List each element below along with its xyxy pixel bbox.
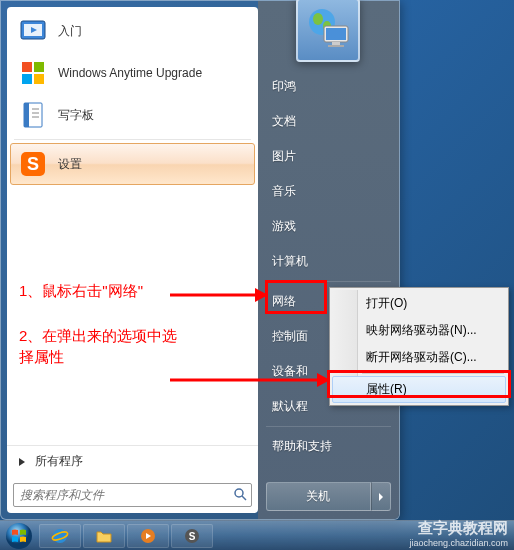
context-menu: 打开(O) 映射网络驱动器(N)... 断开网络驱动器(C)... 属性(R): [329, 287, 509, 406]
programs-list: 入门 Windows Anytime Upgrade 写字板: [7, 7, 258, 445]
right-item-pictures[interactable]: 图片: [258, 139, 399, 174]
label: 计算机: [272, 254, 308, 268]
right-item-computer[interactable]: 计算机: [258, 244, 399, 279]
taskbar-ie[interactable]: [39, 524, 81, 548]
program-label: 入门: [58, 23, 82, 40]
globe-monitor-icon: [304, 6, 352, 54]
folder-icon: [95, 527, 113, 545]
label: 设备和: [272, 364, 308, 378]
label: 控制面: [272, 329, 308, 343]
label: 文档: [272, 114, 296, 128]
svg-point-25: [53, 529, 67, 543]
svg-point-13: [235, 489, 243, 497]
shutdown-options-button[interactable]: [371, 482, 391, 511]
label: 游戏: [272, 219, 296, 233]
user-picture[interactable]: [296, 0, 360, 62]
label: 网络: [272, 294, 296, 308]
ctx-properties[interactable]: 属性(R): [332, 376, 506, 403]
search-input[interactable]: [13, 483, 252, 507]
label: 默认程: [272, 399, 308, 413]
svg-point-16: [313, 13, 323, 25]
divider: [266, 281, 391, 282]
taskbar-app[interactable]: S: [171, 524, 213, 548]
right-item-music[interactable]: 音乐: [258, 174, 399, 209]
program-label: 设置: [58, 156, 82, 173]
separator: [362, 373, 504, 374]
label: 音乐: [272, 184, 296, 198]
svg-rect-5: [34, 74, 44, 84]
program-settings[interactable]: S 设置: [10, 143, 255, 185]
svg-rect-19: [326, 28, 346, 40]
svg-text:S: S: [189, 531, 196, 542]
all-programs-label: 所有程序: [35, 453, 83, 470]
shutdown-button[interactable]: 关机: [266, 482, 371, 511]
arrow-right-icon: [17, 457, 27, 467]
svg-rect-3: [34, 62, 44, 72]
svg-rect-2: [22, 62, 32, 72]
svg-point-24: [6, 523, 32, 549]
ctx-map-drive[interactable]: 映射网络驱动器(N)...: [332, 317, 506, 344]
svg-rect-21: [328, 45, 344, 47]
getting-started-icon: [18, 16, 48, 46]
taskbar: S: [0, 520, 514, 550]
chevron-right-icon: [377, 493, 385, 501]
label: 印鸿: [272, 79, 296, 93]
start-menu: 入门 Windows Anytime Upgrade 写字板: [0, 0, 400, 520]
ctx-disconnect-drive[interactable]: 断开网络驱动器(C)...: [332, 344, 506, 371]
program-getting-started[interactable]: 入门: [10, 10, 255, 52]
ie-icon: [51, 527, 69, 545]
right-item-help[interactable]: 帮助和支持: [258, 429, 399, 464]
svg-line-14: [242, 496, 246, 500]
svg-text:S: S: [27, 154, 39, 174]
program-wordpad[interactable]: 写字板: [10, 94, 255, 136]
wordpad-icon: [18, 100, 48, 130]
svg-rect-4: [22, 74, 32, 84]
svg-rect-20: [332, 42, 340, 45]
windows-orb-icon: [5, 522, 33, 550]
ctx-open[interactable]: 打开(O): [332, 290, 506, 317]
program-label: 写字板: [58, 107, 94, 124]
start-menu-left-panel: 入门 Windows Anytime Upgrade 写字板: [7, 7, 258, 513]
media-icon: [139, 527, 157, 545]
start-menu-right-panel: 印鸿 文档 图片 音乐 游戏 计算机 网络 控制面 设备和 默认程 帮助和支持 …: [258, 1, 399, 519]
taskbar-media[interactable]: [127, 524, 169, 548]
search-box: [13, 483, 252, 507]
divider: [14, 139, 251, 140]
settings-s-icon: S: [18, 149, 48, 179]
right-item-user[interactable]: 印鸿: [258, 69, 399, 104]
shutdown-row: 关机: [258, 474, 399, 519]
right-item-documents[interactable]: 文档: [258, 104, 399, 139]
right-item-games[interactable]: 游戏: [258, 209, 399, 244]
all-programs-button[interactable]: 所有程序: [7, 445, 258, 477]
sogou-icon: S: [183, 527, 201, 545]
divider: [266, 426, 391, 427]
label: 帮助和支持: [272, 439, 332, 453]
label: 图片: [272, 149, 296, 163]
start-button[interactable]: [0, 521, 38, 551]
search-icon: [233, 487, 247, 505]
anytime-upgrade-icon: [18, 58, 48, 88]
program-anytime-upgrade[interactable]: Windows Anytime Upgrade: [10, 52, 255, 94]
program-label: Windows Anytime Upgrade: [58, 66, 202, 80]
svg-rect-7: [24, 103, 29, 127]
taskbar-explorer[interactable]: [83, 524, 125, 548]
